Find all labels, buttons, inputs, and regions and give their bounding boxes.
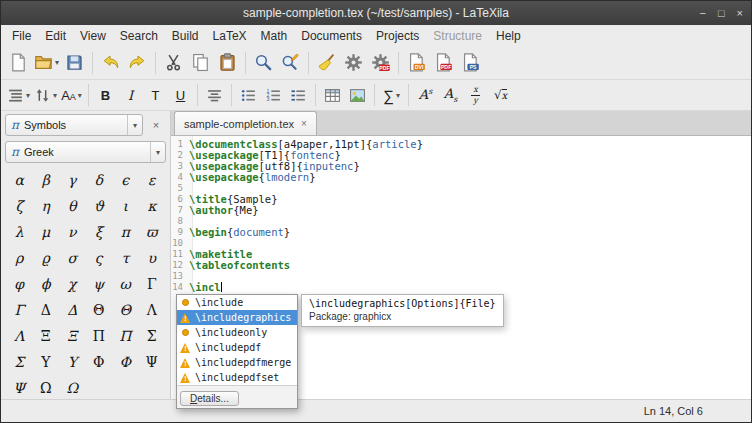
tab-sample-completion[interactable]: sample-completion.tex ×	[174, 111, 317, 135]
code-line[interactable]: 9\begin{document}	[171, 227, 751, 238]
greek-symbol[interactable]: μ	[33, 219, 60, 245]
greek-symbol[interactable]: Γ	[139, 271, 166, 297]
completion-item[interactable]: \include	[177, 295, 297, 310]
greek-symbol[interactable]: ε	[139, 167, 166, 193]
greek-symbol[interactable]: δ	[86, 167, 113, 193]
code-line[interactable]: 4\usepackage{lmodern}	[171, 172, 751, 183]
paste-button[interactable]	[214, 50, 241, 76]
completion-item[interactable]: \includepdfmerge	[177, 355, 297, 370]
menu-math[interactable]: Math	[254, 27, 295, 45]
underline-button[interactable]: U	[168, 83, 193, 107]
references-button[interactable]: ▾	[32, 83, 59, 107]
greek-symbol[interactable]: ψ	[86, 271, 113, 297]
greek-symbol[interactable]: τ	[112, 245, 139, 271]
search-and-replace-button[interactable]	[277, 50, 304, 76]
greek-symbol[interactable]: ξ	[86, 219, 113, 245]
fraction-button[interactable]: xy	[463, 83, 488, 107]
greek-symbol[interactable]: Φ	[112, 349, 139, 375]
panel-selector-combobox[interactable]: π Symbols ▾	[5, 114, 143, 136]
greek-symbol[interactable]: ϵ	[112, 167, 139, 193]
greek-symbol[interactable]: Λ	[6, 323, 33, 349]
greek-symbol[interactable]: Π	[112, 323, 139, 349]
greek-symbol[interactable]: κ	[139, 193, 166, 219]
greek-symbol[interactable]: Σ	[6, 349, 33, 375]
code-line[interactable]: 12\tableofcontents	[171, 260, 751, 271]
greek-symbol[interactable]: Ψ	[6, 375, 33, 399]
greek-symbol[interactable]: ϱ	[33, 245, 60, 271]
completion-item[interactable]: \includepdfset	[177, 370, 297, 385]
greek-symbol[interactable]: Λ	[139, 297, 166, 323]
center-button[interactable]	[202, 83, 227, 107]
greek-symbol[interactable]: ν	[59, 219, 86, 245]
save-button[interactable]	[61, 50, 88, 76]
symbol-category-combobox[interactable]: π Greek ▾	[5, 141, 166, 163]
character-size-button[interactable]: AA▾	[59, 83, 84, 107]
greek-symbol[interactable]: Υ	[59, 349, 86, 375]
completion-item[interactable]: \includeonly	[177, 325, 297, 340]
completion-item[interactable]: \includepdf	[177, 340, 297, 355]
view-ps-button[interactable]: PS	[457, 50, 484, 76]
greek-symbol[interactable]: Φ	[86, 349, 113, 375]
menu-projects[interactable]: Projects	[369, 27, 426, 45]
menu-structure[interactable]: Structure	[426, 27, 489, 45]
title-bar[interactable]: sample-completion.tex (~/test/samples) -…	[1, 1, 751, 25]
bold-button[interactable]: B	[93, 83, 118, 107]
compile-latex-button[interactable]	[340, 50, 367, 76]
greek-symbol[interactable]: ϑ	[86, 193, 113, 219]
greek-symbol[interactable]: χ	[59, 271, 86, 297]
greek-symbol[interactable]: Θ	[86, 297, 113, 323]
greek-symbol[interactable]: Γ	[6, 297, 33, 323]
details-button[interactable]: Details...	[180, 391, 239, 406]
greek-symbol[interactable]: Υ	[33, 349, 60, 375]
greek-symbol[interactable]: β	[33, 167, 60, 193]
open-button[interactable]: ▾	[32, 50, 61, 76]
greek-symbol[interactable]: ι	[112, 193, 139, 219]
math-environments-button[interactable]: ∑▾	[379, 83, 404, 107]
undo-button[interactable]	[97, 50, 124, 76]
square-root-button[interactable]: √x	[488, 83, 513, 107]
greek-symbol[interactable]: Σ	[139, 323, 166, 349]
superscript-button[interactable]: As	[413, 83, 438, 107]
table-environment-button[interactable]	[320, 83, 345, 107]
maximize-button[interactable]: □	[718, 8, 725, 19]
tab-close-icon[interactable]: ×	[301, 118, 307, 129]
list-enumerate-button[interactable]: 123	[261, 83, 286, 107]
greek-symbol[interactable]: ς	[86, 245, 113, 271]
greek-symbol[interactable]: ω	[112, 271, 139, 297]
menu-edit[interactable]: Edit	[38, 27, 73, 45]
greek-symbol[interactable]: Δ	[33, 297, 60, 323]
greek-symbol[interactable]: Ξ	[59, 323, 86, 349]
redo-button[interactable]	[124, 50, 151, 76]
greek-symbol[interactable]: Π	[86, 323, 113, 349]
close-panel-button[interactable]: ×	[146, 115, 166, 135]
clean-build-files-button[interactable]	[313, 50, 340, 76]
greek-symbol[interactable]: υ	[139, 245, 166, 271]
cut-button[interactable]	[160, 50, 187, 76]
menu-latex[interactable]: LaTeX	[206, 27, 254, 45]
view-dvi-button[interactable]: DVI	[403, 50, 430, 76]
completion-item-selected[interactable]: \includegraphics	[177, 310, 297, 325]
greek-symbol[interactable]: Ξ	[33, 323, 60, 349]
compile-pdflatex-button[interactable]: PDF	[367, 50, 394, 76]
typewriter-button[interactable]: T	[143, 83, 168, 107]
greek-symbol[interactable]: π	[112, 219, 139, 245]
minimize-button[interactable]: −	[699, 8, 705, 19]
menu-documents[interactable]: Documents	[294, 27, 369, 45]
copy-button[interactable]	[187, 50, 214, 76]
search-button[interactable]	[250, 50, 277, 76]
figure-environment-button[interactable]	[345, 83, 370, 107]
greek-symbol[interactable]: Ψ	[139, 349, 166, 375]
greek-symbol[interactable]: λ	[6, 219, 33, 245]
greek-symbol[interactable]: ϕ	[33, 271, 60, 297]
greek-symbol[interactable]: Ω	[59, 375, 86, 399]
greek-symbol[interactable]: σ	[59, 245, 86, 271]
code-line[interactable]: 10	[171, 238, 751, 249]
greek-symbol[interactable]: θ	[59, 193, 86, 219]
menu-build[interactable]: Build	[165, 27, 206, 45]
subscript-button[interactable]: As	[438, 83, 463, 107]
greek-symbol[interactable]: α	[6, 167, 33, 193]
greek-symbol[interactable]: ρ	[6, 245, 33, 271]
menu-help[interactable]: Help	[489, 27, 528, 45]
view-pdf-button[interactable]: PDF	[430, 50, 457, 76]
list-itemize-button[interactable]	[236, 83, 261, 107]
